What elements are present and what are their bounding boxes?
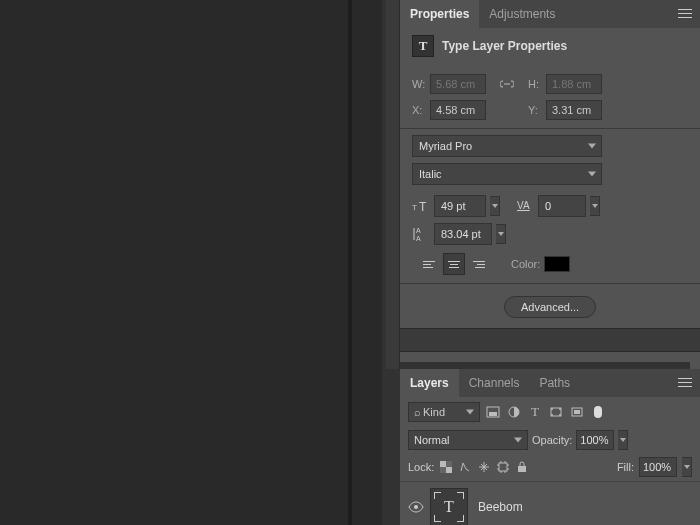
- fill-field[interactable]: [639, 457, 677, 477]
- svg-rect-18: [440, 467, 446, 473]
- opacity-label: Opacity:: [532, 434, 572, 446]
- height-field[interactable]: [546, 74, 602, 94]
- font-family-value: Myriad Pro: [419, 140, 472, 152]
- align-left-button[interactable]: [418, 253, 440, 275]
- font-size-icon: TT: [412, 199, 430, 213]
- lock-all-icon[interactable]: [515, 460, 529, 474]
- layers-panel: Layers Channels Paths ⌕ Kind T Normal Op…: [400, 369, 700, 525]
- tab-paths[interactable]: Paths: [529, 369, 580, 397]
- opacity-field[interactable]: [576, 430, 614, 450]
- layer-name[interactable]: Beebom: [478, 500, 523, 514]
- leading-field[interactable]: 83.04 pt: [434, 223, 492, 245]
- tab-properties[interactable]: Properties: [400, 0, 479, 28]
- link-dimensions-icon[interactable]: [500, 78, 514, 90]
- tab-adjustments[interactable]: Adjustments: [479, 0, 565, 28]
- svg-text:A: A: [416, 235, 421, 242]
- vertical-scrollbar[interactable]: [386, 0, 400, 369]
- svg-text:T: T: [419, 200, 427, 213]
- divider: [400, 128, 700, 129]
- tab-layers[interactable]: Layers: [400, 369, 459, 397]
- font-family-dropdown[interactable]: Myriad Pro: [412, 135, 602, 157]
- layers-panel-menu-button[interactable]: [678, 375, 696, 389]
- filter-toggle[interactable]: [594, 406, 602, 418]
- divider: [400, 283, 700, 284]
- font-style-dropdown[interactable]: Italic: [412, 163, 602, 185]
- type-icon: T: [412, 35, 434, 57]
- leading-stepper[interactable]: [496, 224, 506, 244]
- svg-point-12: [559, 414, 561, 416]
- filter-pixel-icon[interactable]: [485, 404, 501, 420]
- properties-panel: Properties Adjustments T Type Layer Prop…: [400, 0, 700, 362]
- font-size-field[interactable]: 49 pt: [434, 195, 486, 217]
- lock-label: Lock:: [408, 461, 434, 473]
- canvas-divider: [348, 0, 352, 525]
- svg-rect-16: [446, 467, 452, 473]
- svg-point-10: [559, 408, 561, 410]
- text-color-swatch[interactable]: [544, 256, 570, 272]
- align-center-button[interactable]: [443, 253, 465, 275]
- filter-adjustment-icon[interactable]: [506, 404, 522, 420]
- svg-rect-6: [489, 412, 497, 416]
- tracking-stepper[interactable]: [590, 196, 600, 216]
- type-layer-title: Type Layer Properties: [442, 39, 567, 53]
- blend-mode-dropdown[interactable]: Normal: [408, 430, 528, 450]
- layer-filter-row: ⌕ Kind T: [400, 397, 700, 427]
- svg-text:A: A: [416, 227, 421, 234]
- font-style-value: Italic: [419, 168, 442, 180]
- y-label: Y:: [528, 104, 546, 116]
- font-size-stepper[interactable]: [490, 196, 500, 216]
- svg-rect-14: [574, 410, 580, 414]
- type-layer-header: T Type Layer Properties: [400, 28, 700, 64]
- advanced-button[interactable]: Advanced...: [504, 296, 596, 318]
- width-label: W:: [412, 78, 430, 90]
- type-layer-glyph: T: [444, 498, 454, 516]
- panel-gap: [400, 328, 700, 352]
- svg-point-21: [414, 505, 418, 509]
- filter-type-icon[interactable]: T: [527, 404, 543, 420]
- color-label: Color:: [511, 258, 540, 270]
- y-field[interactable]: [546, 100, 602, 120]
- blend-row: Normal Opacity:: [400, 427, 700, 453]
- lock-position-icon[interactable]: [477, 460, 491, 474]
- properties-tab-bar: Properties Adjustments: [400, 0, 700, 28]
- svg-text:VA: VA: [517, 200, 530, 211]
- tracking-field[interactable]: 0: [538, 195, 586, 217]
- lock-artboard-icon[interactable]: [496, 460, 510, 474]
- x-field[interactable]: [430, 100, 486, 120]
- fill-stepper[interactable]: [682, 457, 692, 477]
- filter-smart-icon[interactable]: [569, 404, 585, 420]
- width-field[interactable]: [430, 74, 486, 94]
- layer-thumbnail[interactable]: T: [430, 488, 468, 525]
- svg-point-11: [551, 414, 553, 416]
- svg-rect-17: [446, 461, 452, 467]
- svg-rect-19: [499, 463, 507, 471]
- svg-point-9: [551, 408, 553, 410]
- align-right-button[interactable]: [468, 253, 490, 275]
- filter-kind-dropdown[interactable]: ⌕ Kind: [408, 402, 480, 422]
- svg-rect-15: [440, 461, 446, 467]
- lock-row: Lock: Fill:: [400, 453, 700, 481]
- fill-label: Fill:: [617, 461, 634, 473]
- opacity-stepper[interactable]: [618, 430, 628, 450]
- layers-tab-bar: Layers Channels Paths: [400, 369, 700, 397]
- height-label: H:: [528, 78, 546, 90]
- svg-rect-20: [518, 466, 526, 472]
- svg-text:T: T: [412, 203, 417, 212]
- lock-transparency-icon[interactable]: [439, 460, 453, 474]
- canvas-area[interactable]: [0, 0, 382, 525]
- layer-row[interactable]: T Beebom: [400, 481, 700, 525]
- filter-shape-icon[interactable]: [548, 404, 564, 420]
- visibility-toggle-icon[interactable]: [408, 501, 424, 513]
- tab-channels[interactable]: Channels: [459, 369, 530, 397]
- panel-menu-button[interactable]: [678, 6, 696, 20]
- x-label: X:: [412, 104, 430, 116]
- lock-image-icon[interactable]: [458, 460, 472, 474]
- leading-icon: AA: [412, 226, 430, 242]
- tracking-icon: VA: [516, 199, 534, 213]
